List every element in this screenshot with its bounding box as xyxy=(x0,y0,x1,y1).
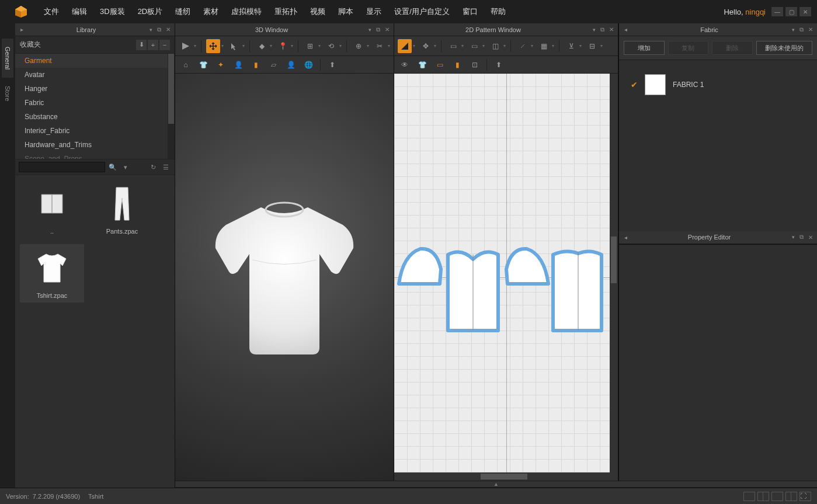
sidebar-tab-store[interactable]: Store xyxy=(2,78,13,109)
favorites-download-icon[interactable]: ⬇ xyxy=(136,40,147,50)
library-search-input[interactable] xyxy=(19,162,105,172)
seam-free-icon[interactable]: ▦ xyxy=(537,39,551,53)
file-item-up[interactable]: .. xyxy=(20,180,84,238)
fabric-item[interactable]: ✔ FABRIC 1 xyxy=(626,72,810,98)
layout-max-button[interactable]: ⛶ xyxy=(799,492,811,501)
gizmo-icon[interactable]: ◆ xyxy=(255,39,269,53)
garment-display-icon[interactable]: ⌂ xyxy=(179,58,193,72)
panel-close-icon[interactable]: ✕ xyxy=(806,233,815,241)
menu-script[interactable]: 脚本 xyxy=(332,0,360,23)
show-3d-env-icon[interactable]: 🌐 xyxy=(301,58,315,72)
export-2d-icon[interactable]: ⬆ xyxy=(492,58,506,72)
layout-split-v-button[interactable] xyxy=(757,492,769,501)
panel-dropdown-icon[interactable]: ▾ xyxy=(366,27,374,33)
menu-2d-pattern[interactable]: 2D板片 xyxy=(131,0,169,23)
menu-window[interactable]: 窗口 xyxy=(456,0,484,23)
layout-quad-button[interactable] xyxy=(785,492,797,501)
fabric-copy-button[interactable]: 复制 xyxy=(668,41,709,55)
panel-popout-icon[interactable]: ⧉ xyxy=(797,233,805,241)
internal-line-icon[interactable]: ◫ xyxy=(488,39,502,53)
select-mesh-icon[interactable] xyxy=(227,39,241,53)
file-item-pants[interactable]: Pants.zpac xyxy=(90,180,154,238)
avatar-display-icon[interactable]: 👕 xyxy=(196,58,210,72)
tack-icon[interactable]: ⊕ xyxy=(352,39,366,53)
3d-canvas[interactable] xyxy=(175,74,394,481)
panel-dropdown-icon[interactable]: ▾ xyxy=(590,27,598,33)
2d-scrollbar-horizontal[interactable] xyxy=(394,472,610,481)
menu-sewing[interactable]: 缝纫 xyxy=(169,0,197,23)
panel-collapse-icon[interactable]: ▸ xyxy=(18,26,26,34)
menu-avatar[interactable]: 虚拟模特 xyxy=(225,0,268,23)
panel-popout-icon[interactable]: ⧉ xyxy=(374,26,382,34)
scrollbar-thumb[interactable] xyxy=(611,237,617,283)
pin-icon[interactable]: 📍 xyxy=(276,39,290,53)
export-icon[interactable]: ⬆ xyxy=(325,58,339,72)
layout-single-button[interactable] xyxy=(743,492,755,501)
layout-split-h-button[interactable] xyxy=(771,492,783,501)
refresh-icon[interactable]: ↻ xyxy=(148,162,158,172)
category-scrollbar-thumb[interactable] xyxy=(168,54,174,124)
window-minimize-button[interactable]: — xyxy=(771,7,783,16)
panel-close-icon[interactable]: ✕ xyxy=(607,26,616,34)
show-avatar-icon[interactable]: 👤 xyxy=(231,58,245,72)
menu-materials[interactable]: 素材 xyxy=(197,0,225,23)
bottom-collapse-bar[interactable]: ▲ xyxy=(175,481,817,488)
menu-help[interactable]: 帮助 xyxy=(484,0,512,23)
scrollbar-thumb[interactable] xyxy=(481,474,527,479)
window-maximize-button[interactable]: ▢ xyxy=(785,7,797,16)
category-garment[interactable]: Garment xyxy=(15,54,175,68)
search-dropdown-icon[interactable]: ▾ xyxy=(120,162,131,172)
list-view-icon[interactable]: ☰ xyxy=(161,162,171,172)
menu-retopo[interactable]: 重拓扑 xyxy=(268,0,304,23)
panel-popout-icon[interactable]: ⧉ xyxy=(598,26,606,34)
search-icon[interactable]: 🔍 xyxy=(107,162,118,172)
category-hanger[interactable]: Hanger xyxy=(15,82,175,96)
notch-icon[interactable]: ⊻ xyxy=(564,39,578,53)
show-garment-2d-icon[interactable]: 👕 xyxy=(415,58,429,72)
simulate-icon[interactable] xyxy=(179,39,193,53)
rectangle-icon[interactable]: ▭ xyxy=(467,39,481,53)
favorites-add-icon[interactable]: + xyxy=(148,40,158,50)
menu-file[interactable]: 文件 xyxy=(37,0,65,23)
menu-settings[interactable]: 设置/用户自定义 xyxy=(388,0,456,23)
panel-collapse-icon[interactable]: ◂ xyxy=(621,233,630,241)
edit-pattern-icon[interactable] xyxy=(398,39,412,53)
panel-dropdown-icon[interactable]: ▾ xyxy=(147,27,155,33)
favorites-remove-icon[interactable]: − xyxy=(159,40,170,50)
fabric-add-button[interactable]: 增加 xyxy=(624,41,665,55)
category-avatar[interactable]: Avatar xyxy=(15,68,175,82)
select-move-icon[interactable] xyxy=(206,39,220,53)
show-baselines-icon[interactable]: ▭ xyxy=(433,58,447,72)
arrangement-icon[interactable]: ⊞ xyxy=(303,39,317,53)
panel-close-icon[interactable]: ✕ xyxy=(164,26,172,34)
category-hardware-trims[interactable]: Hardware_and_Trims xyxy=(15,138,175,152)
2d-canvas[interactable] xyxy=(394,74,618,481)
show-bones-icon[interactable]: 👤 xyxy=(284,58,298,72)
fold-icon[interactable]: ⟲ xyxy=(324,39,338,53)
show-arrangement-icon[interactable]: ▱ xyxy=(266,58,280,72)
panel-close-icon[interactable]: ✕ xyxy=(806,26,815,34)
fabric-delete-unused-button[interactable]: 删除未使用的 xyxy=(756,41,813,55)
panel-dropdown-icon[interactable]: ▾ xyxy=(789,234,797,240)
show-grading-icon[interactable]: ⊡ xyxy=(468,58,482,72)
panel-popout-icon[interactable]: ⧉ xyxy=(155,26,163,34)
sidebar-tab-general[interactable]: General xyxy=(2,39,13,78)
polygon-icon[interactable]: ▭ xyxy=(446,39,460,53)
window-close-button[interactable]: ✕ xyxy=(799,7,811,16)
panel-close-icon[interactable]: ✕ xyxy=(383,26,391,34)
show-hide-2d-icon[interactable]: 👁 xyxy=(398,58,412,72)
fabric-delete-button[interactable]: 删除 xyxy=(712,41,753,55)
seam-segment-icon[interactable]: ⟋ xyxy=(516,39,530,53)
menu-edit[interactable]: 编辑 xyxy=(65,0,93,23)
category-scrollbar[interactable] xyxy=(168,54,175,159)
2d-scrollbar-vertical[interactable] xyxy=(610,74,618,481)
sewing-icon[interactable]: ✂ xyxy=(373,39,387,53)
panel-collapse-icon[interactable]: ◂ xyxy=(621,26,630,34)
file-item-tshirt[interactable]: Tshirt.zpac xyxy=(20,244,84,303)
show-seamlines-icon[interactable]: ▮ xyxy=(450,58,464,72)
menu-video[interactable]: 视频 xyxy=(304,0,332,23)
panel-dropdown-icon[interactable]: ▾ xyxy=(789,27,797,33)
thick-textured-icon[interactable]: ▮ xyxy=(249,58,263,72)
category-fabric[interactable]: Fabric xyxy=(15,96,175,110)
category-interior-fabric[interactable]: Interior_Fabric xyxy=(15,124,175,138)
